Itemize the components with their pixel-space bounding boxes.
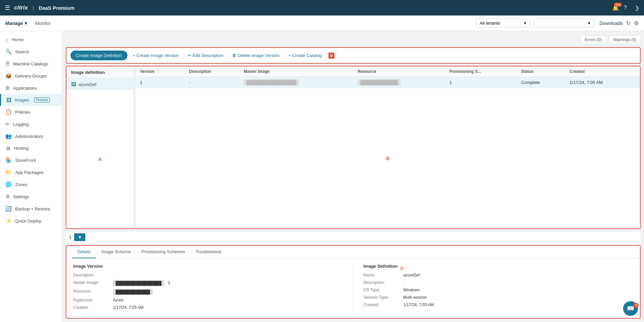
preview-badge: Preview: [34, 97, 50, 103]
errors-button[interactable]: Errors (0): [580, 36, 606, 44]
detail-row-master-image: Master Image: ████████████████ ℹ: [73, 280, 343, 286]
sidebar-item-zones[interactable]: 🌐 Zones: [0, 178, 62, 191]
col-version[interactable]: Version ↓: [136, 66, 185, 77]
create-image-def-button[interactable]: Create Image Definition: [70, 51, 127, 60]
edit-description-button[interactable]: ✏ Edit Description: [184, 51, 227, 60]
expand-icon[interactable]: ❯: [635, 5, 639, 11]
downloads-button[interactable]: Downloads: [599, 21, 623, 26]
def-row-session-type: Session Type: Multi-session: [363, 295, 633, 300]
product-name: DaaS Premium: [39, 5, 75, 11]
manage-nav[interactable]: Manage ▾: [5, 21, 31, 26]
tenant-chevron: ▾: [524, 21, 526, 26]
table-panel: Version ↓ Description Master Image Resou…: [136, 66, 640, 228]
sidebar: ⌂ Home 🔍 Search ☰ Machine Catalogs 📦 Del…: [0, 31, 62, 322]
detail-row-description: Description: -: [73, 273, 343, 277]
second-dropdown[interactable]: ▾: [533, 19, 594, 28]
toolbar: Create Image Definition + Create Image V…: [66, 47, 641, 64]
pagination-arrow[interactable]: ▼: [74, 233, 85, 241]
col-status[interactable]: Status: [517, 66, 566, 77]
sidebar-item-app-packages[interactable]: 📁 App Packages: [0, 166, 62, 178]
sidebar-item-home[interactable]: ⌂ Home: [0, 34, 62, 46]
d-badge: D: [328, 53, 334, 59]
def-row-created: Created: 1/17/24, 7:03 AM: [363, 302, 633, 307]
sidebar-item-administrators[interactable]: 👥 Administrators: [0, 130, 62, 142]
sidebar-item-backup-restore[interactable]: 🔄 Backup + Restore: [0, 203, 62, 215]
sidebar-item-applications[interactable]: ⊞ Applications: [0, 82, 62, 94]
page-number: 1: [69, 235, 71, 240]
detail-row-resource: Resource: ████████████: [73, 289, 343, 295]
col-created[interactable]: Created: [565, 66, 640, 77]
help-icon[interactable]: ?: [624, 5, 627, 11]
tenant-dropdown[interactable]: All tenants ▾: [476, 19, 530, 28]
def-label-name: Name:: [363, 273, 401, 277]
sidebar-item-label: Zones: [15, 182, 27, 187]
topbar-logo: citrix | DaaS Premium: [14, 4, 75, 11]
tab-troubleshoot[interactable]: Troubleshoot: [191, 246, 227, 258]
image-def-name: azureDef: [79, 82, 96, 87]
sidebar-item-label: Applications: [13, 86, 37, 91]
def-label-session-type: Session Type:: [363, 295, 401, 300]
image-definition-header: Image definition: [66, 66, 134, 79]
col-master-image[interactable]: Master Image: [240, 66, 354, 77]
administrators-icon: 👥: [5, 133, 12, 139]
sidebar-item-machine-catalogs[interactable]: ☰ Machine Catalogs: [0, 58, 62, 70]
sort-icon: ↓: [157, 69, 159, 74]
refresh-icon[interactable]: ↻: [626, 20, 631, 26]
label-c: C: [400, 266, 404, 271]
images-icon: 🖼: [6, 97, 11, 103]
warnings-button[interactable]: Warnings (0): [609, 36, 641, 44]
tab-image-scheme[interactable]: Image Scheme: [96, 246, 136, 258]
monitor-nav[interactable]: Monitor: [31, 21, 55, 26]
sidebar-item-policies[interactable]: 📋 Policies: [0, 106, 62, 118]
def-value-created: 1/17/24, 7:03 AM: [403, 302, 434, 307]
tab-details[interactable]: Details: [72, 246, 96, 258]
def-label-os-type: OS Type:: [363, 288, 401, 292]
cell-resource: ████████████: [354, 77, 445, 88]
tab-provisioning-schemes[interactable]: Provisioning Schemes: [136, 246, 191, 258]
logo-divider: |: [33, 5, 34, 11]
sidebar-item-logging[interactable]: ✏ Logging: [0, 118, 62, 130]
detail-row-hypervisor: Hypervisor: Azure: [73, 298, 343, 302]
table-row[interactable]: 1 - ████████████████ ████████████ 1 Comp…: [136, 77, 640, 88]
applications-icon: ⊞: [5, 85, 10, 91]
home-icon: ⌂: [5, 37, 8, 42]
sidebar-item-search[interactable]: 🔍 Search: [0, 46, 62, 58]
image-definition-title: Image Definition: [363, 264, 398, 269]
detail-row-created: Created: 1/17/24, 7:05 AM: [73, 305, 343, 310]
image-def-item-azuredef[interactable]: 🖼 azureDef: [66, 79, 134, 90]
sidebar-item-delivery-groups[interactable]: 📦 Delivery Groups: [0, 70, 62, 82]
second-chevron: ▾: [588, 21, 590, 26]
sidebar-item-hosting[interactable]: 🖥 Hosting: [0, 142, 62, 154]
backup-restore-icon: 🔄: [5, 206, 12, 212]
col-description[interactable]: Description: [185, 66, 240, 77]
sidebar-item-quick-deploy[interactable]: ⚡ Quick Deploy: [0, 215, 62, 227]
sidebar-item-settings[interactable]: ⚙ Settings: [0, 191, 62, 203]
detail-label-created: Created:: [73, 305, 110, 310]
logging-icon: ✏: [5, 121, 10, 127]
label-a: A: [91, 150, 108, 169]
cell-description: -: [185, 77, 240, 88]
info-icon[interactable]: ℹ: [168, 280, 170, 285]
cell-created: 1/17/24, 7:05 AM: [565, 77, 640, 88]
versions-table: Version ↓ Description Master Image Resou…: [136, 66, 640, 88]
notifications-icon[interactable]: 🔔 322: [612, 5, 619, 11]
menu-icon[interactable]: ☰: [5, 4, 10, 11]
col-provisioning[interactable]: Provisioning S...: [445, 66, 517, 77]
create-version-button[interactable]: + Create Image Version: [129, 51, 182, 60]
detail-label-hypervisor: Hypervisor:: [73, 298, 110, 302]
sidebar-item-storefront[interactable]: 🏪 StoreFront: [0, 154, 62, 166]
settings-icon: ⚙: [5, 194, 10, 200]
manage-chevron: ▾: [25, 21, 27, 26]
citrix-wordmark: citrix: [14, 4, 28, 11]
settings-nav-icon[interactable]: ⚙: [634, 20, 639, 26]
col-resource[interactable]: Resource: [354, 66, 445, 77]
image-version-col: Image Version Description: - Master Imag…: [73, 264, 343, 313]
def-value-os-type: Windows: [403, 288, 420, 292]
sidebar-item-images[interactable]: 🖼 Images Preview: [0, 94, 62, 106]
delete-version-button[interactable]: 🗑 Delete Image Version: [229, 51, 283, 60]
create-catalog-button[interactable]: + Create Catalog: [285, 51, 325, 60]
sidebar-item-label: Home: [12, 37, 24, 42]
sidebar-item-label: Logging: [13, 122, 29, 127]
quick-deploy-icon: ⚡: [5, 218, 12, 224]
sidebar-item-label: Images: [15, 97, 29, 103]
